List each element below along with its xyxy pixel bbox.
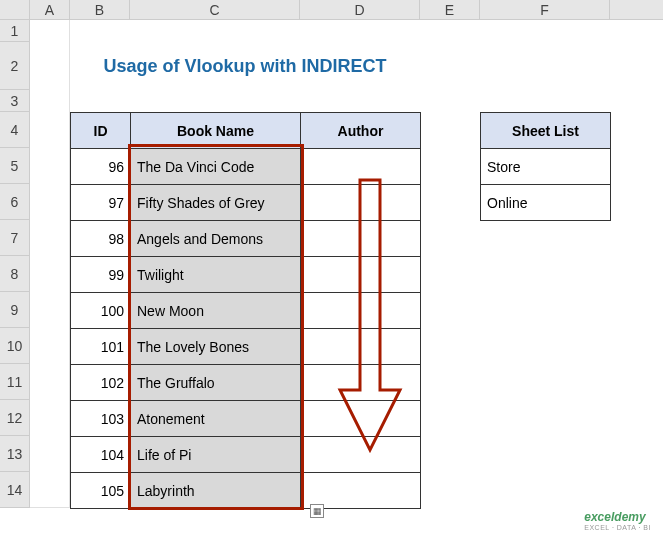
- grid-cells[interactable]: Usage of Vlookup with INDIRECT ID Book N…: [30, 20, 663, 543]
- cell-id[interactable]: 102: [71, 365, 131, 401]
- cell-author[interactable]: [301, 149, 421, 185]
- cell-id[interactable]: 103: [71, 401, 131, 437]
- table-row: 105 Labyrinth: [71, 473, 421, 509]
- row-header-2[interactable]: 2: [0, 42, 30, 90]
- col-header-e[interactable]: E: [420, 0, 480, 19]
- row-header-10[interactable]: 10: [0, 328, 30, 364]
- cell-id[interactable]: 105: [71, 473, 131, 509]
- header-book[interactable]: Book Name: [131, 113, 301, 149]
- row-header-1[interactable]: 1: [0, 20, 30, 42]
- cell-id[interactable]: 96: [71, 149, 131, 185]
- col-header-d[interactable]: D: [300, 0, 420, 19]
- col-header-f[interactable]: F: [480, 0, 610, 19]
- cell-book[interactable]: The Da Vinci Code: [131, 149, 301, 185]
- col-a-cells[interactable]: [30, 20, 70, 508]
- cell-book[interactable]: The Gruffalo: [131, 365, 301, 401]
- row-header-14[interactable]: 14: [0, 472, 30, 508]
- table-row: 102 The Gruffalo: [71, 365, 421, 401]
- table-row: 98 Angels and Demons: [71, 221, 421, 257]
- row-header-9[interactable]: 9: [0, 292, 30, 328]
- sheet-list-item[interactable]: Store: [481, 149, 611, 185]
- table-row: 101 The Lovely Bones: [71, 329, 421, 365]
- cell-id[interactable]: 98: [71, 221, 131, 257]
- sheet-list-item[interactable]: Online: [481, 185, 611, 221]
- column-headers: A B C D E F: [0, 0, 663, 20]
- cell-author[interactable]: [301, 185, 421, 221]
- page-title: Usage of Vlookup with INDIRECT: [70, 42, 420, 90]
- row-header-12[interactable]: 12: [0, 400, 30, 436]
- cell-book[interactable]: Atonement: [131, 401, 301, 437]
- watermark: exceldemy EXCEL · DATA · BI: [584, 510, 651, 531]
- cell-author[interactable]: [301, 401, 421, 437]
- watermark-sub: EXCEL · DATA · BI: [584, 524, 651, 531]
- main-table: ID Book Name Author 96 The Da Vinci Code…: [70, 112, 421, 509]
- cell-book[interactable]: Twilight: [131, 257, 301, 293]
- cell-book[interactable]: New Moon: [131, 293, 301, 329]
- header-author[interactable]: Author: [301, 113, 421, 149]
- cell-id[interactable]: 104: [71, 437, 131, 473]
- col-header-c[interactable]: C: [130, 0, 300, 19]
- cell-book[interactable]: Angels and Demons: [131, 221, 301, 257]
- row-header-5[interactable]: 5: [0, 148, 30, 184]
- cell-author[interactable]: [301, 365, 421, 401]
- cell-author[interactable]: [301, 329, 421, 365]
- cell-author[interactable]: [301, 293, 421, 329]
- cell-id[interactable]: 97: [71, 185, 131, 221]
- row-header-3[interactable]: 3: [0, 90, 30, 112]
- table-row: 99 Twilight: [71, 257, 421, 293]
- cell-id[interactable]: 99: [71, 257, 131, 293]
- cell-book[interactable]: Fifty Shades of Grey: [131, 185, 301, 221]
- table-row: 103 Atonement: [71, 401, 421, 437]
- cell-id[interactable]: 101: [71, 329, 131, 365]
- table-row: 96 The Da Vinci Code: [71, 149, 421, 185]
- cell-author[interactable]: [301, 437, 421, 473]
- watermark-text: exceldemy: [584, 510, 645, 524]
- select-all-corner[interactable]: [0, 0, 30, 19]
- row-header-13[interactable]: 13: [0, 436, 30, 472]
- row-headers: 1 2 3 4 5 6 7 8 9 10 11 12 13 14: [0, 20, 30, 508]
- cell-book[interactable]: The Lovely Bones: [131, 329, 301, 365]
- col-header-b[interactable]: B: [70, 0, 130, 19]
- cell-author[interactable]: [301, 257, 421, 293]
- sheet-list-table: Sheet List Store Online: [480, 112, 611, 221]
- row-header-4[interactable]: 4: [0, 112, 30, 148]
- header-id[interactable]: ID: [71, 113, 131, 149]
- row-header-11[interactable]: 11: [0, 364, 30, 400]
- autofill-options-icon[interactable]: ▦: [310, 504, 324, 518]
- cell-book[interactable]: Life of Pi: [131, 437, 301, 473]
- sheet-list-header[interactable]: Sheet List: [481, 113, 611, 149]
- cell-book[interactable]: Labyrinth: [131, 473, 301, 509]
- row-header-7[interactable]: 7: [0, 220, 30, 256]
- col-header-a[interactable]: A: [30, 0, 70, 19]
- table-row: 100 New Moon: [71, 293, 421, 329]
- cell-author[interactable]: [301, 221, 421, 257]
- row-header-6[interactable]: 6: [0, 184, 30, 220]
- spreadsheet: A B C D E F 1 2 3 4 5 6 7 8 9 10 11 12 1…: [0, 0, 663, 543]
- cell-id[interactable]: 100: [71, 293, 131, 329]
- table-row: 97 Fifty Shades of Grey: [71, 185, 421, 221]
- row-header-8[interactable]: 8: [0, 256, 30, 292]
- table-row: 104 Life of Pi: [71, 437, 421, 473]
